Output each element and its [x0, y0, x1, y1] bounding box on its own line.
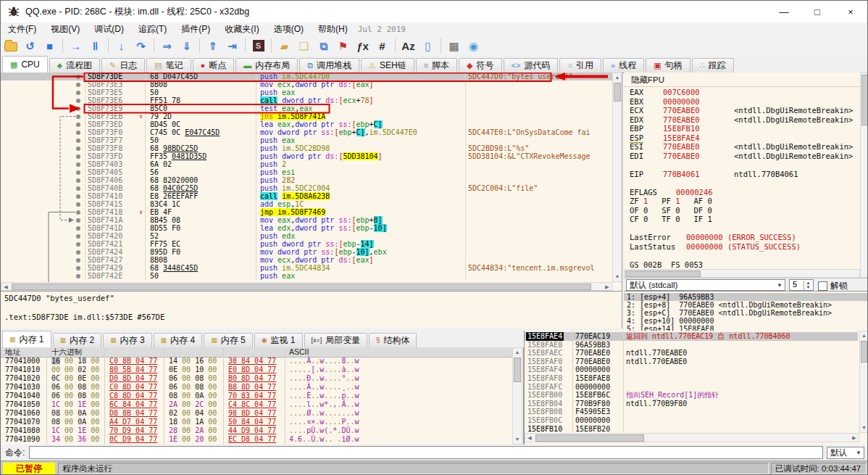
breakpoint-dot[interactable] — [76, 83, 80, 87]
breakpoint-dot[interactable] — [76, 266, 80, 270]
disasm-row[interactable]: 5D8F7418∨EB 4Fjmp im.5D8F7469 — [1, 208, 613, 216]
stack-row[interactable]: 15E8FB1015E8FB20 — [525, 425, 858, 434]
menu-favourites[interactable]: 收藏夹(I) — [217, 22, 266, 36]
register-line[interactable]: ESP15E8FAE4 — [624, 133, 860, 142]
menu-trace[interactable]: 追踪(T) — [131, 22, 174, 36]
disasm-row[interactable]: 5D8F74036A 02push 2 — [1, 160, 613, 168]
breakpoint-dot[interactable] — [76, 186, 80, 191]
disasm-row[interactable]: 5D8F742968 3448C45Dpush im.5DC448345DC44… — [1, 264, 613, 272]
breakpoint-dot[interactable] — [76, 170, 80, 175]
register-line[interactable]: EBP15E8FB10 — [624, 124, 860, 133]
breakpoint-dot[interactable] — [76, 146, 80, 151]
disasm-row[interactable]: 5D8F73E550push eax — [1, 88, 613, 96]
disasm-row[interactable]: 5D8F73DE68 D047C45Dpush im.5DC447D05DC44… — [1, 73, 613, 80]
strings-button[interactable]: Az — [399, 37, 417, 54]
run-to-user-code-button[interactable]: ⇥ — [223, 37, 241, 54]
register-line[interactable]: EDX770EABE0<ntdll.DbgUiRemoteBreakin> — [624, 115, 860, 124]
tab-dump1[interactable]: ▦内存 1 — [2, 331, 51, 347]
tab-dump4[interactable]: ▦内存 4 — [154, 333, 203, 347]
tab-locals[interactable]: [x=]局部变量 — [304, 333, 368, 347]
registers-hscrollbar[interactable] — [624, 269, 860, 278]
disasm-vscrollbar[interactable]: ▲ ▼ — [612, 73, 622, 282]
tab-watch1[interactable]: ◉监视 1 — [254, 333, 303, 347]
hide-fpu-button[interactable]: 隐藏FPU — [627, 74, 669, 86]
tab-source[interactable]: <>源代码 — [504, 58, 559, 73]
tab-graph[interactable]: ♣流程图 — [49, 58, 100, 73]
hash-button[interactable]: # — [373, 37, 391, 54]
register-line[interactable]: LastError00000000 (ERROR_SUCCESS) — [624, 233, 860, 241]
disasm-row[interactable]: 5D8F73E38B08mov ecx,dword ptr ds:[eax] — [1, 80, 613, 88]
disasm-hscrollbar[interactable]: ◀ ▶ — [1, 282, 612, 291]
argument-row[interactable]: 4: [esp+10] 00000000 — [624, 317, 868, 325]
dump-row[interactable]: 7704101000 00 02 0080 5B 04 770E 00 10 0… — [1, 365, 512, 374]
disasm-row[interactable]: 5D8F7410E8 26EEFAFFcall im.5D8A623B — [1, 192, 613, 200]
register-line[interactable]: OF 0 SF 0 DF 0 — [624, 206, 860, 215]
stack-row[interactable]: 15E8FAE4770EAC19返回到 ntdll.770EAC19 自 ntd… — [525, 332, 858, 341]
disasm-row[interactable]: 5D8F7424895D F0mov dword ptr ss:[ebp-10]… — [1, 248, 613, 256]
disasm-row[interactable]: 5D8F73F750push eax — [1, 136, 613, 144]
register-line[interactable]: GS 002B FS 0053 — [624, 260, 860, 269]
disasm-row[interactable]: 5D8F742052push edx — [1, 232, 613, 240]
register-line[interactable]: CF 0 TF 0 IF 1 — [624, 215, 860, 223]
disasm-row[interactable]: 5D8F73FDFF35 0481D35Dpush dword ptr ds:[… — [1, 152, 613, 160]
disasm-row[interactable]: 5D8F741A8B45 08mov eax,dword ptr ss:[ebp… — [1, 216, 613, 224]
tab-script[interactable]: ≡脚本 — [416, 58, 457, 73]
breakpoint-dot[interactable] — [76, 218, 80, 223]
register-line[interactable]: EDI770EABE0<ntdll.DbgUiRemoteBreakin> — [624, 152, 860, 160]
disasm-row[interactable]: 5D8F740668 82020000push 282 — [1, 176, 613, 184]
tab-log[interactable]: ✎日志 — [101, 58, 145, 73]
tab-breakpoints[interactable]: ●断点 — [193, 58, 235, 73]
stack-row[interactable]: 15E8FAF400000000 — [525, 365, 858, 374]
disasm-row[interactable]: 5D8F73F868 98BDC25Dpush im.5DC2BD985DC2B… — [1, 144, 613, 152]
stack-row[interactable]: 15E8FAEC770EABE0ntdll.770EABE0 — [525, 349, 858, 358]
dump-vscrollbar[interactable]: ▲ ▼ — [512, 347, 522, 445]
tab-trace[interactable]: ∴跟踪 — [692, 58, 734, 73]
register-line[interactable]: ECX770EABE0<ntdll.DbgUiRemoteBreakin> — [624, 106, 860, 115]
disasm-row[interactable]: 5D8F73EB∨79 2Djns im.5D8F741A — [1, 112, 613, 120]
stack-hscrollbar[interactable]: ◀ ▶ — [525, 433, 859, 442]
disasm-row[interactable]: 5D8F73ED8D45 0Clea eax,dword ptr ss:[ebp… — [1, 120, 613, 128]
stack-row[interactable]: 15E8FB0C00000000 — [525, 416, 858, 425]
register-line[interactable]: EFLAGS00000246 — [624, 188, 860, 197]
argument-row[interactable]: 1: [esp+4] 96A59BB3 — [624, 293, 868, 301]
stack-pane[interactable]: 15E8FAE4770EAC19返回到 ntdll.770EAC19 自 ntd… — [524, 331, 868, 445]
register-line[interactable]: LastStatus00000000 (STATUS_SUCCESS) — [624, 242, 860, 251]
breakpoint-dot[interactable] — [76, 154, 80, 159]
dump-row[interactable]: 7704103006 00 08 00C0 8D 04 7706 00 08 0… — [1, 383, 512, 392]
step-out-button[interactable]: ⇓ — [178, 37, 196, 54]
stack-row[interactable]: 15E8FB04770B9F80ntdll.770B9F80 — [525, 400, 858, 408]
tab-symbols[interactable]: ◆符号 — [459, 58, 501, 73]
functions-button[interactable]: ƒx — [354, 37, 372, 54]
tab-notes[interactable]: ▤笔记 — [146, 58, 191, 73]
argument-row[interactable]: 3: [esp+C] 770EABE0 <ntdll.DbgUiRemoteBr… — [624, 309, 868, 317]
disasm-row[interactable]: 5D8F73E6FF51 78call dword ptr ds:[ecx+78… — [1, 96, 613, 104]
breakpoint-dot[interactable] — [76, 202, 80, 207]
dump-row[interactable]: 7704104006 00 08 00C8 8D 04 7708 00 0A 0… — [1, 392, 512, 400]
register-line[interactable]: EBX00000000 — [624, 97, 860, 106]
dump-row[interactable]: 7704109034 00 36 000C D9 04 771E 00 20 0… — [1, 435, 512, 444]
menu-help[interactable]: 帮助(H) — [311, 22, 355, 36]
disasm-row[interactable]: 5D8F742E50push eax — [1, 272, 613, 280]
execute-till-return-button[interactable]: ⇑ — [204, 37, 222, 54]
tab-call-stack[interactable]: ⧉调用堆栈 — [299, 58, 359, 73]
memory-dump-pane[interactable]: 地址 十六进制 ASCII 7704100016 00 18 00C0 8B 0… — [1, 347, 524, 445]
breakpoint-dot[interactable] — [76, 75, 80, 79]
restart-button[interactable]: ↺ — [21, 37, 39, 54]
disassembly-pane[interactable]: 5D8F73DE68 D047C45Dpush im.5DC447D05DC44… — [1, 73, 622, 291]
pause-button[interactable]: ‖ — [86, 37, 104, 54]
register-line[interactable]: EIP770B4061ntdll.770B4061 — [624, 170, 860, 178]
breakpoint-dot[interactable] — [76, 242, 80, 247]
tab-seh[interactable]: ⚠SEH链 — [361, 58, 414, 73]
breakpoint-dot[interactable] — [76, 234, 80, 239]
breakpoint-dot[interactable] — [76, 115, 80, 119]
command-input[interactable] — [29, 446, 823, 459]
register-line[interactable]: ESI770EABE0<ntdll.DbgUiRemoteBreakin> — [624, 142, 860, 151]
disasm-row[interactable]: 5D8F7421FF75 ECpush dword ptr ss:[ebp-14… — [1, 240, 613, 248]
run-button[interactable]: → — [67, 37, 85, 54]
stop-button[interactable]: ■ — [41, 37, 59, 54]
dump-row[interactable]: 7704100016 00 18 00C0 8B 04 7714 00 16 0… — [1, 357, 512, 365]
breakpoint-dot[interactable] — [76, 91, 80, 95]
step-over-button[interactable]: ↷ — [132, 37, 150, 54]
breakpoint-dot[interactable] — [76, 139, 80, 143]
debuggee-button[interactable]: ▯ — [419, 37, 437, 54]
